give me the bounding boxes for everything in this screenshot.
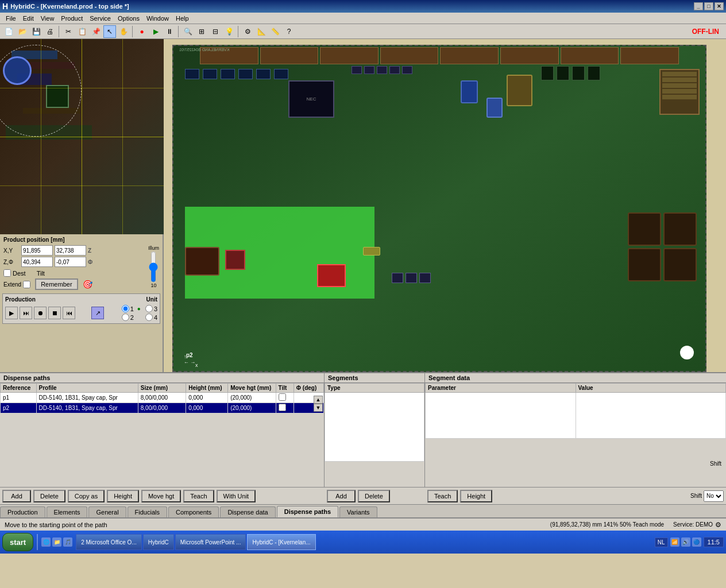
- position-icon: 🎯: [83, 280, 92, 289]
- z-input[interactable]: [21, 257, 53, 267]
- dest-checkbox[interactable]: [3, 269, 11, 277]
- col-parameter: Parameter: [426, 384, 576, 393]
- tab-general[interactable]: General: [88, 506, 126, 517]
- tab-production[interactable]: Production: [0, 506, 45, 517]
- unit3-radio[interactable]: [145, 305, 153, 312]
- tb-open[interactable]: 📂: [16, 25, 29, 38]
- shift-select[interactable]: No: [704, 490, 724, 502]
- media-icon[interactable]: 🎵: [63, 537, 72, 547]
- add-segment-button[interactable]: Add: [327, 490, 356, 502]
- menu-options[interactable]: Options: [114, 14, 143, 22]
- height-segment-button[interactable]: Height: [460, 490, 492, 502]
- taskbar-powerpoint-btn[interactable]: Microsoft PowerPoint ...: [175, 534, 246, 550]
- teach-segment-button[interactable]: Teach: [427, 490, 458, 502]
- maximize-button[interactable]: □: [704, 2, 713, 10]
- tb-settings[interactable]: ⚙: [241, 25, 254, 38]
- ie-icon[interactable]: 🌐: [41, 537, 51, 547]
- menu-view[interactable]: View: [37, 14, 58, 22]
- scroll-up-btn[interactable]: ▲: [314, 396, 323, 404]
- rewind-button[interactable]: ⏮: [63, 307, 75, 319]
- add-path-button[interactable]: Add: [2, 490, 31, 502]
- x-input[interactable]: [21, 245, 53, 256]
- volume-icon: 🔊: [681, 537, 690, 547]
- tb-help[interactable]: ?: [283, 25, 295, 38]
- y-input[interactable]: [55, 245, 86, 256]
- tb-light[interactable]: 💡: [223, 25, 235, 38]
- tilt-check-p1[interactable]: [279, 393, 286, 401]
- copy-as-button[interactable]: Copy as: [68, 490, 105, 502]
- tab-dispense-data[interactable]: Dispense data: [220, 506, 275, 517]
- grid-v3: [122, 39, 123, 234]
- tb-print[interactable]: 🖨: [44, 25, 56, 38]
- folder-icon[interactable]: 📁: [52, 537, 61, 547]
- teach-button[interactable]: Teach: [183, 490, 214, 502]
- unit1-label: 1: [130, 305, 134, 312]
- tb-stop[interactable]: ●: [136, 25, 148, 38]
- stop-button[interactable]: ⏹: [48, 307, 61, 319]
- with-unit-button[interactable]: With Unit: [217, 490, 256, 502]
- tb-copy[interactable]: 📋: [76, 25, 88, 38]
- taskbar-active-btn[interactable]: HybridC - [Kvernelan...: [247, 534, 315, 550]
- record-button[interactable]: ⏺: [34, 307, 47, 319]
- taskbar-hybridc-btn[interactable]: HybridC: [143, 534, 174, 550]
- tab-fiducials[interactable]: Fiducials: [128, 506, 167, 517]
- dest-label: Dest: [13, 270, 26, 277]
- tb-zoom[interactable]: 🔍: [181, 25, 194, 38]
- menu-product[interactable]: Product: [57, 14, 86, 22]
- cell-ref-p2: p2: [1, 403, 37, 413]
- menu-file[interactable]: File: [2, 14, 20, 22]
- step-button[interactable]: ⏭: [20, 307, 32, 319]
- scroll-down-btn[interactable]: ▼: [314, 404, 323, 412]
- status-message: Move to the starting point of the path: [5, 521, 107, 528]
- close-button[interactable]: ✕: [715, 2, 724, 10]
- tb-cut[interactable]: ✂: [62, 25, 75, 38]
- unit3-option[interactable]: 3: [145, 305, 157, 312]
- menu-help[interactable]: Help: [172, 14, 192, 22]
- tab-components[interactable]: Components: [168, 506, 219, 517]
- illum-slider[interactable]: [148, 251, 159, 283]
- tb-cursor[interactable]: ↖: [103, 25, 116, 38]
- unit1-option[interactable]: 1 ●: [122, 305, 141, 312]
- phi-input[interactable]: [55, 257, 86, 267]
- tb-measure[interactable]: 📏: [269, 25, 281, 38]
- taskbar-office-btn[interactable]: 2 Microsoft Office O...: [76, 534, 142, 550]
- delete-path-button[interactable]: Delete: [33, 490, 65, 502]
- col-size: Size (mm): [138, 384, 186, 393]
- tb-save[interactable]: 💾: [30, 25, 43, 38]
- tb-pause[interactable]: ⏸: [163, 25, 176, 38]
- tb-paste[interactable]: 📌: [90, 25, 102, 38]
- minimize-button[interactable]: _: [694, 2, 703, 10]
- active-tool-button[interactable]: ↗: [91, 307, 104, 319]
- unit1-radio[interactable]: [122, 305, 129, 312]
- tab-dispense-paths[interactable]: Dispense paths: [277, 506, 338, 517]
- tilt-check-p2[interactable]: [279, 404, 286, 411]
- play-button[interactable]: ▶: [5, 307, 18, 319]
- height-button[interactable]: Height: [107, 490, 139, 502]
- table-row[interactable]: p1 DD-5140, 1B31, Spay cap, Spr 8,00/0,0…: [1, 393, 324, 403]
- remember-button[interactable]: Remember: [35, 278, 78, 290]
- unit2-option[interactable]: 2: [122, 314, 141, 321]
- tb-new[interactable]: 📄: [2, 25, 15, 38]
- unit2-radio[interactable]: [122, 314, 129, 321]
- segment-data-title: Segment data: [425, 373, 726, 383]
- move-hgt-button[interactable]: Move hgt: [141, 490, 181, 502]
- unit4-radio[interactable]: [145, 314, 153, 321]
- illum-label: Illum: [148, 245, 159, 251]
- tab-elements[interactable]: Elements: [47, 506, 88, 517]
- unit4-option[interactable]: 4: [145, 314, 157, 321]
- tb-hand[interactable]: ✋: [117, 25, 130, 38]
- delete-segment-button[interactable]: Delete: [358, 490, 390, 502]
- tb-cal[interactable]: 📐: [255, 25, 268, 38]
- cell-ref-p1: p1: [1, 393, 37, 403]
- production-header: Production Unit: [5, 296, 157, 303]
- start-button[interactable]: start: [2, 533, 33, 551]
- tb-run[interactable]: ▶: [149, 25, 162, 38]
- tb-fit[interactable]: ⊞: [195, 25, 208, 38]
- tb-grid[interactable]: ⊟: [209, 25, 222, 38]
- extend-checkbox[interactable]: [23, 281, 30, 288]
- menu-service[interactable]: Service: [86, 14, 114, 22]
- menu-edit[interactable]: Edit: [20, 14, 37, 22]
- menu-window[interactable]: Window: [143, 14, 172, 22]
- tab-variants[interactable]: Variants: [339, 506, 377, 517]
- table-row[interactable]: p2 DD-5140, 1B31, Spay cap, Spr 8,00/0,0…: [1, 403, 324, 413]
